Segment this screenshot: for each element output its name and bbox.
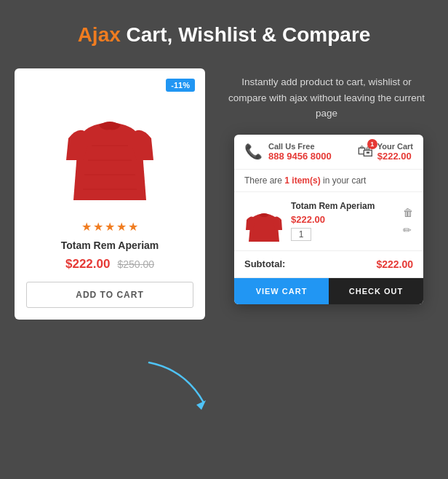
delete-icon[interactable]: 🗑 — [403, 207, 413, 218]
cart-buttons: VIEW CART CHECK OUT — [234, 278, 423, 304]
call-section: 📞 Call Us Free 888 9456 8000 — [244, 142, 332, 162]
items-suffix: in your cart — [321, 175, 367, 186]
cart-total: $222.00 — [377, 151, 413, 162]
add-to-cart-button[interactable]: ADD TO CART — [26, 282, 193, 308]
title-rest: Cart, Wishlist & Compare — [121, 23, 371, 46]
cart-badge: 1 — [367, 139, 377, 149]
items-count: 1 item(s) — [284, 175, 320, 186]
checkout-button[interactable]: CHECK OUT — [329, 278, 423, 304]
subtotal-label: Subtotal: — [244, 258, 285, 269]
call-info: Call Us Free 888 9456 8000 — [268, 142, 332, 162]
cart-item-details: Totam Rem Aperiam $222.00 1 — [291, 201, 396, 241]
discount-badge: -11% — [166, 79, 195, 92]
call-label: Call Us Free — [268, 142, 332, 151]
cart-popup-header: 📞 Call Us Free 888 9456 8000 🛍 1 Your Ca… — [234, 135, 423, 170]
cart-item-name: Totam Rem Aperiam — [291, 201, 396, 211]
cart-label: Your Cart — [377, 142, 413, 151]
items-prefix: There are — [244, 175, 284, 186]
subtotal-value: $222.00 — [376, 258, 413, 270]
view-cart-button[interactable]: VIEW CART — [234, 278, 329, 304]
price-current: $222.00 — [65, 257, 110, 272]
price-row: $222.00 $250.00 — [26, 257, 193, 272]
title-accent: Ajax — [78, 23, 121, 46]
cart-item-price: $222.00 — [291, 214, 396, 225]
price-old: $250.00 — [117, 258, 154, 270]
product-name: Totam Rem Aperiam — [26, 239, 193, 251]
star-rating: ★ ★ ★ ★ ★ — [26, 220, 193, 234]
arrow-illustration — [142, 355, 215, 413]
product-image — [63, 87, 157, 204]
cart-item-actions: 🗑 ✏ — [403, 207, 413, 236]
cart-popup: 📞 Call Us Free 888 9456 8000 🛍 1 Your Ca… — [234, 135, 423, 304]
cart-item-image — [244, 199, 284, 243]
star-4: ★ — [116, 220, 127, 234]
star-3: ★ — [105, 220, 115, 234]
phone-icon: 📞 — [244, 143, 263, 160]
cart-items-line: There are 1 item(s) in your cart — [234, 170, 423, 192]
star-5: ★ — [128, 220, 138, 234]
call-number: 888 9456 8000 — [268, 151, 332, 162]
edit-icon[interactable]: ✏ — [403, 224, 413, 236]
cart-item-row: Totam Rem Aperiam $222.00 1 🗑 ✏ — [234, 192, 423, 251]
star-1: ★ — [81, 220, 92, 234]
subtotal-row: Subtotal: $222.00 — [234, 251, 423, 278]
product-image-wrap — [26, 80, 193, 211]
product-card: -11% ★ ★ ★ ★ ★ — [15, 68, 205, 320]
description-text: Instantly add product to cart, wishlist … — [220, 74, 433, 122]
star-2: ★ — [93, 220, 103, 234]
right-panel: Instantly add product to cart, wishlist … — [220, 68, 433, 304]
cart-header-section: 🛍 1 Your Cart $222.00 — [357, 142, 413, 162]
page-header: Ajax Cart, Wishlist & Compare — [0, 0, 448, 61]
main-content: -11% ★ ★ ★ ★ ★ — [0, 61, 448, 320]
page-title: Ajax Cart, Wishlist & Compare — [15, 23, 433, 47]
cart-icon-wrap: 🛍 1 — [357, 142, 373, 161]
cart-item-qty: 1 — [291, 228, 311, 241]
cart-totals: Your Cart $222.00 — [377, 142, 413, 162]
